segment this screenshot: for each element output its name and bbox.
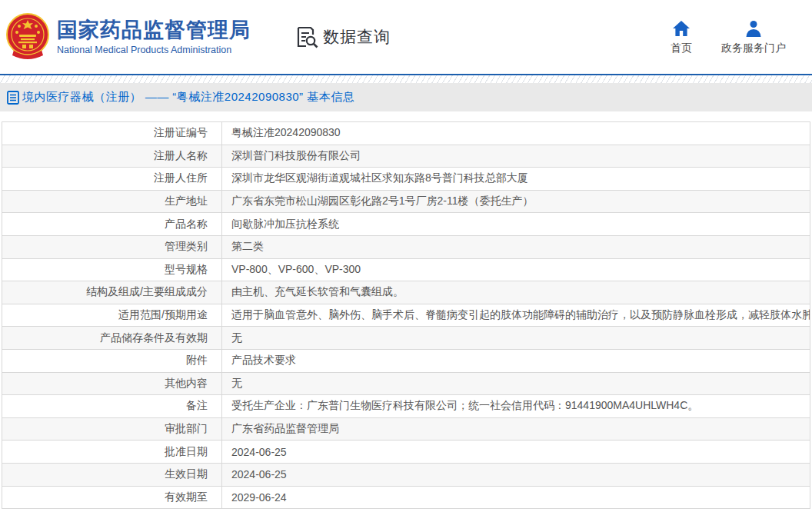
row-label: 结构及组成/主要组成成分 [2,281,222,304]
table-row: 其他内容无 [2,372,810,395]
row-value: 由主机、充气延长软管和气囊组成。 [222,281,810,304]
table-row: 附件产品技术要求 [2,349,810,372]
user-icon [744,19,763,38]
row-label: 产品储存条件及有效期 [2,327,222,350]
logo-text-block: 国家药品监督管理局 National Medical Products Admi… [57,18,251,55]
row-value: 产品技术要求 [222,349,810,372]
logo-title: 国家药品监督管理局 [57,18,251,42]
china-national-emblem-icon [6,13,49,61]
header-nav: 首页 政务服务门户 [671,19,797,55]
registration-info-table: 注册证编号粤械注准20242090830注册人名称深圳普门科技股份有限公司注册人… [0,121,812,509]
row-value: 2024-06-25 [222,463,810,486]
table-row: 注册人名称深圳普门科技股份有限公司 [2,145,810,168]
document-list-icon [7,91,19,105]
row-value: 第二类 [222,235,810,258]
table-row: 审批部门广东省药品监督管理局 [2,417,810,441]
row-label: 产品名称 [2,213,222,236]
table-row: 型号规格VP-800、VP-600、VP-300 [2,258,810,281]
row-label: 生效日期 [2,463,222,486]
page-header: 国家药品监督管理局 National Medical Products Admi… [0,0,812,74]
row-value: 2024-06-25 [222,441,810,464]
row-label: 适用范围/预期用途 [2,304,222,327]
data-query-tab[interactable]: 数据查询 [295,25,391,48]
table-row: 产品名称间歇脉冲加压抗栓系统 [2,213,810,236]
table-row: 批准日期2024-06-25 [2,441,810,464]
breadcrumb: 境内医疗器械（注册） —— “粤械注准20242090830” 基本信息 [0,83,812,111]
table-row: 结构及组成/主要组成成分由主机、充气延长软管和气囊组成。 [2,281,810,304]
home-icon [672,19,691,38]
table-row: 有效期至2029-06-24 [2,486,810,509]
row-value: 广东省药品监督管理局 [222,417,810,441]
row-value: 深圳市龙华区观湖街道观城社区求知东路8号普门科技总部大厦 [222,168,810,191]
row-value: 无 [222,372,810,395]
nav-home-label: 首页 [671,42,692,55]
document-search-icon [295,25,318,48]
nav-service-portal[interactable]: 政务服务门户 [721,19,786,55]
row-label: 有效期至 [2,486,222,509]
row-value: 无 [222,327,810,350]
nav-portal-label: 政务服务门户 [721,42,786,55]
table-row: 管理类别第二类 [2,235,810,258]
row-value: 粤械注准20242090830 [222,122,810,145]
table-row: 注册人住所深圳市龙华区观湖街道观城社区求知东路8号普门科技总部大厦 [2,168,810,191]
row-label: 审批部门 [2,417,222,441]
row-label: 管理类别 [2,235,222,258]
page-title: 境内医疗器械（注册） —— “粤械注准20242090830” 基本信息 [22,90,354,105]
row-label: 备注 [2,395,222,418]
row-value: 深圳普门科技股份有限公司 [222,145,810,168]
table-row: 产品储存条件及有效期无 [2,327,810,350]
table-row: 注册证编号粤械注准20242090830 [2,122,810,145]
row-label: 注册证编号 [2,122,222,145]
row-value: 适用于脑血管意外、脑外伤、脑手术后、脊髓病变引起的肢体功能障碍的辅助治疗，以及预… [222,304,810,327]
table-row: 适用范围/预期用途适用于脑血管意外、脑外伤、脑手术后、脊髓病变引起的肢体功能障碍… [2,304,810,327]
row-value: 广东省东莞市松山湖园区彰化路2号1号厂房2-11楼（委托生产） [222,190,810,213]
row-label: 附件 [2,349,222,372]
nav-home[interactable]: 首页 [671,19,692,55]
row-label: 注册人名称 [2,145,222,168]
row-value: 间歇脉冲加压抗栓系统 [222,213,810,236]
table-row: 生效日期2024-06-25 [2,463,810,486]
row-label: 生产地址 [2,190,222,213]
row-value: VP-800、VP-600、VP-300 [222,258,810,281]
row-label: 批准日期 [2,441,222,464]
row-label: 其他内容 [2,372,222,395]
table-row: 生产地址广东省东莞市松山湖园区彰化路2号1号厂房2-11楼（委托生产） [2,190,810,213]
row-label: 注册人住所 [2,168,222,191]
nmpa-logo[interactable]: 国家药品监督管理局 National Medical Products Admi… [6,13,251,61]
data-query-label: 数据查询 [323,26,391,48]
stripe-band [0,75,812,83]
logo-subtitle: National Medical Products Administration [57,45,251,55]
row-value: 2029-06-24 [222,486,810,509]
row-value: 受托生产企业：广东普门生物医疗科技有限公司；统一社会信用代码：91441900M… [222,395,810,418]
table-row: 备注受托生产企业：广东普门生物医疗科技有限公司；统一社会信用代码：9144190… [2,395,810,418]
row-label: 型号规格 [2,258,222,281]
